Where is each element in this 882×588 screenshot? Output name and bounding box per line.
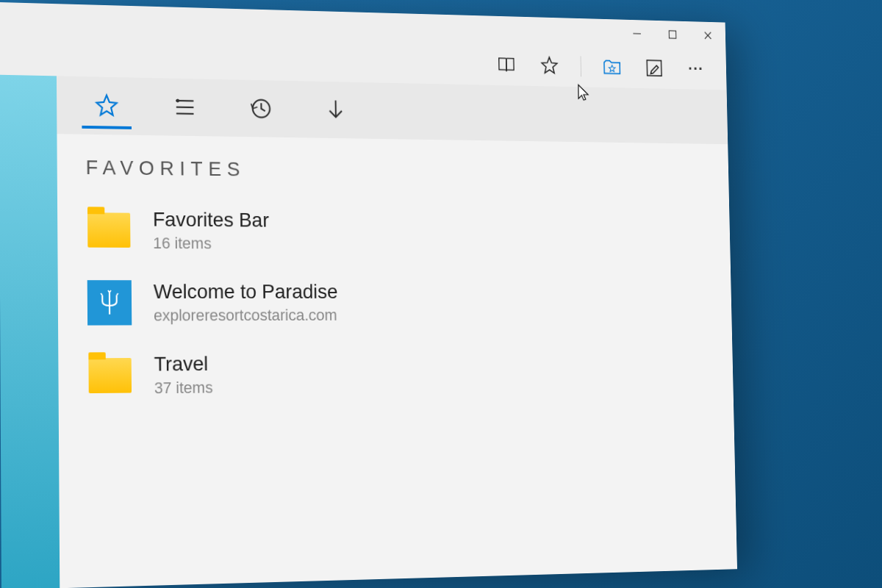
hub-panel: FAVORITES Favorites Bar 16 items [57,76,737,588]
web-note-icon[interactable] [642,56,666,81]
minimize-button[interactable] [619,20,655,48]
mouse-cursor-icon [577,84,590,104]
reading-view-icon[interactable] [495,52,519,78]
folder-icon [87,352,133,399]
hub-tab-history[interactable] [240,80,282,137]
more-menu-icon[interactable]: ··· [684,57,708,82]
add-favorite-star-icon[interactable] [537,53,561,78]
hub-tab-downloads[interactable] [315,82,356,139]
favorite-subtitle: exploreresortcostarica.com [154,306,338,325]
hub-tab-favorites[interactable] [85,76,129,135]
hub-tab-reading-list[interactable] [163,78,206,136]
page-preview-strip [0,75,60,588]
favorite-title: Travel [154,352,212,376]
trident-icon [87,280,132,325]
favorite-item-folder[interactable]: Travel 37 items [58,337,734,413]
section-heading: FAVORITES [57,134,728,200]
favorite-title: Welcome to Paradise [154,280,338,304]
maximize-button[interactable] [654,21,690,49]
toolbar-divider [581,56,581,76]
site-favicon [87,279,133,326]
favorite-subtitle: 16 items [153,234,269,253]
favorite-item-folder[interactable]: Favorites Bar 16 items [57,193,731,268]
favorite-subtitle: 37 items [154,379,213,398]
browser-window: ··· [0,2,737,588]
hub-button-icon[interactable] [600,54,624,79]
favorite-title: Favorites Bar [153,208,269,232]
favorite-item-site[interactable]: Welcome to Paradise exploreresortcostari… [58,266,732,339]
folder-icon [86,207,132,253]
svg-rect-1 [669,31,676,38]
close-button[interactable] [690,21,726,49]
